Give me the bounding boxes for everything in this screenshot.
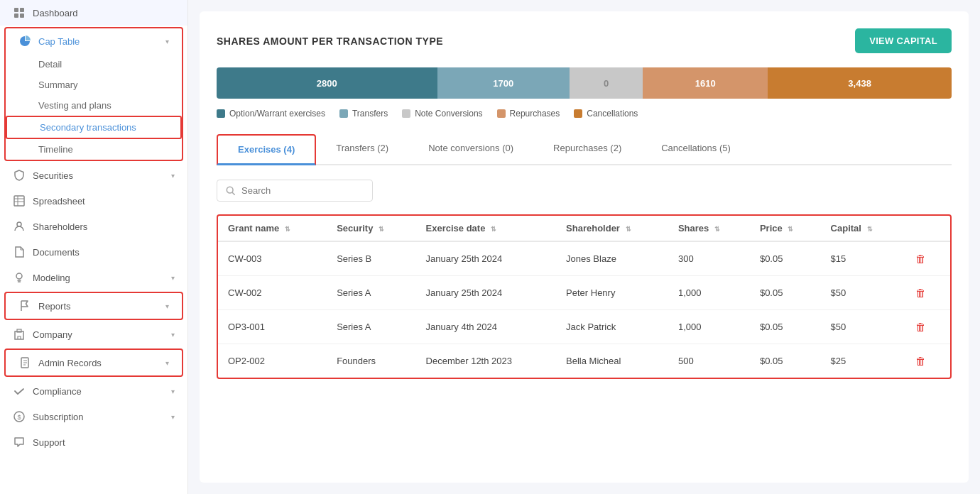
doc-icon: [13, 246, 26, 258]
bar-segment-0: 2800: [217, 67, 437, 99]
chart-legend: Option/Warrant exercisesTransfersNote Co…: [217, 109, 952, 119]
sidebar-item-reports-label: Reports: [38, 301, 71, 312]
cell-shares: 300: [668, 241, 750, 276]
sort-icon-security: ⇅: [379, 226, 384, 233]
sidebar-item-dashboard[interactable]: Dashboard: [0, 0, 187, 26]
cell-price: $0.05: [750, 241, 821, 276]
svg-rect-3: [20, 13, 24, 18]
col-header-shares[interactable]: Shares ⇅: [668, 216, 750, 241]
legend-dot-4: [574, 109, 582, 118]
table-icon: [13, 194, 26, 207]
sidebar-item-securities[interactable]: Securities ▾: [0, 163, 187, 188]
cell-delete: 🗑: [903, 241, 950, 276]
legend-label-3: Repurchases: [510, 109, 560, 119]
svg-point-8: [17, 222, 21, 226]
tab-note-conversions[interactable]: Note conversions (0): [408, 134, 533, 165]
sidebar-item-reports[interactable]: Reports ▾: [6, 293, 182, 319]
sidebar-item-company[interactable]: Company ▾: [0, 322, 187, 347]
col-header-shareholder[interactable]: Shareholder ⇅: [556, 216, 668, 241]
tab-transfers[interactable]: Transfers (2): [316, 134, 408, 165]
delete-row-button-0[interactable]: 🗑: [913, 251, 929, 266]
sidebar-item-admin-records[interactable]: Admin Records ▾: [6, 350, 182, 375]
svg-rect-0: [14, 8, 18, 12]
sidebar-item-modeling-label: Modeling: [33, 273, 70, 283]
cell-shareholder: Bella Micheal: [556, 344, 668, 378]
sort-icon-grant_name: ⇅: [285, 226, 290, 233]
legend-label-1: Transfers: [352, 109, 388, 119]
svg-line-19: [232, 192, 234, 194]
tab-cancellations[interactable]: Cancellations (5): [641, 134, 751, 165]
sidebar: Dashboard Cap Table ▾ Detail Summary Ves…: [0, 0, 188, 494]
sidebar-sub-item-timeline[interactable]: Timeline: [6, 139, 182, 160]
cell-security: Founders: [327, 344, 415, 378]
cell-security: Series B: [327, 241, 415, 276]
svg-rect-1: [20, 8, 24, 12]
sidebar-item-admin-records-label: Admin Records: [38, 358, 102, 368]
cell-capital: $50: [821, 276, 903, 310]
svg-rect-2: [14, 13, 18, 18]
chevron-down-icon-compliance: ▾: [171, 388, 175, 395]
legend-dot-3: [497, 109, 506, 118]
table-row: OP2-002FoundersDecember 12th 2023Bella M…: [218, 344, 950, 378]
cell-shareholder: Jack Patrick: [556, 310, 668, 344]
bar-segment-2: 0: [570, 67, 643, 99]
sidebar-item-spreadsheet[interactable]: Spreadsheet: [0, 188, 187, 214]
tab-exercises[interactable]: Exercises (4): [217, 134, 316, 165]
sidebar-item-documents-label: Documents: [33, 247, 80, 258]
cell-security: Series A: [327, 310, 415, 344]
legend-label-0: Option/Warrant exercises: [229, 109, 325, 119]
shield-icon: [13, 169, 26, 182]
sidebar-sub-item-detail[interactable]: Detail: [6, 54, 182, 75]
sidebar-item-documents[interactable]: Documents: [0, 239, 187, 265]
cell-exercise_date: January 25th 2024: [416, 241, 556, 276]
legend-label-2: Note Conversions: [415, 109, 482, 119]
cell-delete: 🗑: [903, 276, 950, 310]
cell-exercise_date: December 12th 2023: [416, 344, 556, 378]
sort-icon-exercise_date: ⇅: [491, 226, 496, 233]
cell-grant_name: OP2-002: [218, 344, 327, 378]
cell-shares: 1,000: [668, 310, 750, 344]
sidebar-item-cap-table-label: Cap Table: [38, 36, 80, 47]
delete-row-button-1[interactable]: 🗑: [913, 285, 929, 300]
cell-shares: 1,000: [668, 276, 750, 310]
sidebar-item-spreadsheet-label: Spreadsheet: [33, 196, 85, 207]
sidebar-sub-item-summary[interactable]: Summary: [6, 75, 182, 95]
search-box[interactable]: [217, 180, 373, 202]
tab-repurchases[interactable]: Repurchases (2): [533, 134, 641, 165]
sidebar-item-subscription-label: Subscription: [33, 412, 84, 422]
col-header-exercise_date[interactable]: Exercise date ⇅: [416, 216, 556, 241]
page-title: SHARES AMOUNT PER TRANSACTION TYPE: [217, 35, 443, 47]
sidebar-item-shareholders[interactable]: Shareholders: [0, 214, 187, 239]
sidebar-item-modeling[interactable]: Modeling ▾: [0, 265, 187, 290]
col-header-grant_name[interactable]: Grant name ⇅: [218, 216, 327, 241]
sidebar-item-compliance[interactable]: Compliance ▾: [0, 378, 187, 404]
col-header-security[interactable]: Security ⇅: [327, 216, 415, 241]
delete-row-button-2[interactable]: 🗑: [913, 319, 929, 334]
delete-row-button-3[interactable]: 🗑: [913, 353, 929, 368]
bar-segment-1: 1700: [437, 67, 570, 99]
col-header-capital[interactable]: Capital ⇅: [821, 216, 903, 241]
sidebar-sub-item-secondary[interactable]: Secondary transactions: [6, 116, 182, 139]
sidebar-sub-item-vesting[interactable]: Vesting and plans: [6, 95, 182, 116]
cell-shareholder: Jones Blaze: [556, 241, 668, 276]
sidebar-item-subscription[interactable]: $ Subscription ▾: [0, 404, 187, 429]
chevron-down-icon: ▾: [165, 38, 169, 45]
sidebar-item-cap-table[interactable]: Cap Table ▾: [6, 28, 182, 54]
bar-segment-4: 3,438: [768, 67, 952, 99]
bulb-icon: [13, 271, 26, 284]
sidebar-item-support[interactable]: Support: [0, 429, 187, 455]
table-row: OP3-001Series AJanuary 4th 2024Jack Patr…: [218, 310, 950, 344]
chevron-right-icon: ▾: [171, 172, 175, 180]
svg-point-9: [16, 273, 22, 279]
bar-chart: 28001700016103,438: [217, 67, 952, 99]
table-wrapper: Grant name ⇅Security ⇅Exercise date ⇅Sha…: [217, 214, 952, 379]
table-header: Grant name ⇅Security ⇅Exercise date ⇅Sha…: [218, 216, 950, 241]
view-capital-button[interactable]: VIEW CAPITAL: [855, 28, 952, 53]
user-icon: [13, 220, 26, 233]
chevron-down-icon-reports: ▾: [165, 302, 169, 310]
legend-item-4: Cancellations: [574, 109, 638, 119]
col-header-price[interactable]: Price ⇅: [750, 216, 821, 241]
legend-dot-1: [339, 109, 348, 118]
search-input[interactable]: [241, 185, 364, 196]
svg-rect-10: [15, 331, 23, 339]
